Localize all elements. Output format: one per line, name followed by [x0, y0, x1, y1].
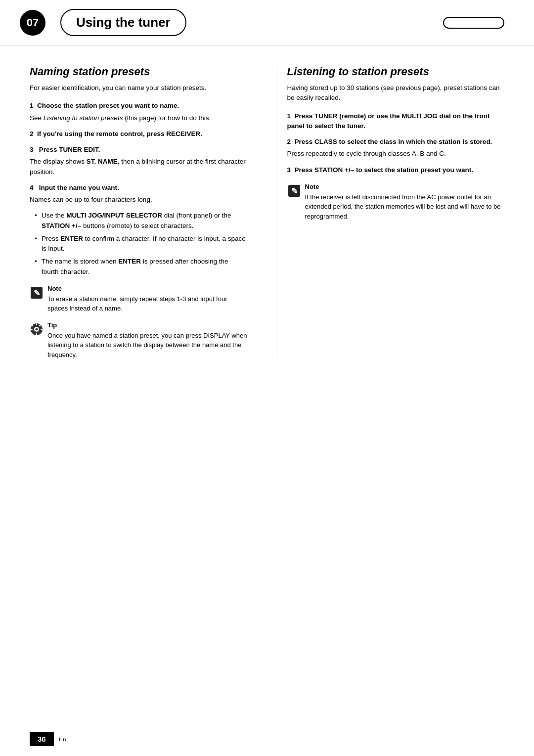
bullet-item: Use the MULTI JOG/INPUT SELECTOR dial (f… [35, 211, 247, 231]
left-note-box: ✎ Note To erase a station name, simply r… [30, 285, 247, 313]
right-step-3: 3 Press STATION +/– to select the statio… [287, 165, 505, 175]
left-note-text: To erase a station name, simply repeat s… [47, 294, 247, 313]
step-3-heading: 3 Press TUNER EDIT. [30, 145, 247, 155]
main-content: Naming station presets For easier identi… [0, 45, 534, 379]
left-note-label: Note [47, 285, 247, 292]
header-title: Using the tuner [60, 9, 186, 36]
svg-rect-6 [36, 333, 37, 335]
right-step-1-heading: 1 Press TUNER (remote) or use the MULTI … [287, 111, 505, 132]
svg-text:✎: ✎ [291, 187, 297, 195]
page-number: 36 [30, 732, 54, 746]
right-note-text: If the receiver is left disconnected fro… [305, 192, 505, 222]
footer: 36 En [0, 732, 534, 746]
right-note-box: ✎ Note If the receiver is left disconnec… [287, 183, 505, 222]
svg-rect-7 [31, 329, 33, 330]
header-right-pill [443, 17, 504, 29]
bullet-list: Use the MULTI JOG/INPUT SELECTOR dial (f… [30, 211, 247, 277]
svg-text:✎: ✎ [34, 289, 40, 297]
right-step-2-body: Press repeatedly to cycle through classe… [287, 149, 505, 159]
left-tip-label: Tip [47, 321, 247, 329]
right-section-title: Listening to station presets [287, 65, 505, 78]
right-step-1: 1 Press TUNER (remote) or use the MULTI … [287, 111, 505, 132]
step-4: 4 Input the name you want. Names can be … [30, 183, 247, 205]
right-step-2: 2 Press CLASS to select the class in whi… [287, 137, 505, 159]
left-section-title: Naming station presets [30, 65, 247, 78]
right-step-3-heading: 3 Press STATION +/– to select the statio… [287, 165, 505, 175]
left-tip-content: Tip Once you have named a station preset… [47, 321, 247, 360]
step-1-body: See Listening to station presets (this p… [30, 113, 247, 123]
step-1-heading: 1 Choose the station preset you want to … [30, 101, 247, 111]
right-note-icon: ✎ [287, 184, 301, 198]
chapter-badge: 07 [20, 10, 45, 36]
left-note-content: Note To erase a station name, simply rep… [47, 285, 247, 313]
svg-rect-5 [36, 323, 37, 325]
left-column: Naming station presets For easier identi… [30, 65, 257, 359]
svg-point-4 [36, 328, 38, 330]
right-section-intro: Having stored up to 30 stations (see pre… [287, 83, 505, 103]
note-icon: ✎ [30, 286, 44, 300]
left-tip-box: Tip Once you have named a station preset… [30, 321, 247, 360]
step-2-heading: 2 If you're using the remote control, pr… [30, 129, 247, 139]
right-note-label: Note [305, 183, 505, 190]
left-section-intro: For easier identification, you can name … [30, 83, 247, 93]
bullet-item: The name is stored when ENTER is pressed… [35, 257, 247, 277]
right-note-content: Note If the receiver is left disconnecte… [305, 183, 505, 222]
step-4-heading: 4 Input the name you want. [30, 183, 247, 193]
header: 07 Using the tuner [0, 0, 534, 45]
bullet-item: Press ENTER to confirm a character. If n… [35, 234, 247, 254]
right-column: Listening to station presets Having stor… [277, 65, 505, 359]
svg-rect-8 [41, 329, 43, 330]
step-1: 1 Choose the station preset you want to … [30, 101, 247, 123]
step-2: 2 If you're using the remote control, pr… [30, 129, 247, 139]
step-4-body: Names can be up to four characters long. [30, 195, 247, 205]
page-container: 07 Using the tuner Naming station preset… [0, 0, 534, 756]
tip-icon [30, 322, 44, 336]
footer-language: En [59, 735, 67, 743]
left-tip-text: Once you have named a station preset, yo… [47, 331, 247, 360]
step-3-body: The display shows ST. NAME, then a blink… [30, 157, 247, 177]
right-step-2-heading: 2 Press CLASS to select the class in whi… [287, 137, 505, 147]
step-3: 3 Press TUNER EDIT. The display shows ST… [30, 145, 247, 177]
